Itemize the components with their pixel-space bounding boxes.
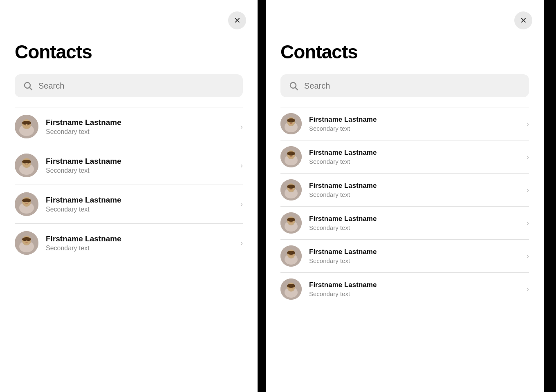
chevron-icon: › [527,120,529,128]
svg-point-43 [292,121,294,122]
contact-name: Firstname Lastname [309,215,519,223]
contact-name: Firstname Lastname [309,248,519,256]
contact-secondary: Secondary text [309,158,519,165]
contact-secondary: Secondary text [46,167,233,174]
page-title-left: Contacts [15,41,243,63]
contact-info: Firstname Lastname Secondary text [309,182,519,198]
svg-point-17 [25,162,26,163]
contact-name: Firstname Lastname [46,234,233,243]
search-icon-right [289,81,298,91]
contact-name: Firstname Lastname [309,182,519,190]
close-button-right[interactable]: ✕ [514,11,532,29]
avatar [280,212,302,234]
contact-secondary: Secondary text [309,125,519,132]
svg-point-34 [28,240,29,241]
chevron-icon: › [240,200,243,209]
contact-info: Firstname Lastname Secondary text [46,234,233,252]
contact-secondary: Secondary text [46,128,233,136]
svg-point-70 [289,253,290,254]
right-panel: ✕ Contacts [266,0,544,392]
chevron-icon: › [527,153,529,161]
close-button-left[interactable]: ✕ [228,11,246,29]
svg-point-18 [28,162,29,163]
svg-point-25 [25,201,26,202]
contact-item[interactable]: Firstname Lastname Secondary text › [280,273,529,305]
left-panel: ✕ Contacts [0,0,258,392]
contact-item[interactable]: Firstname Lastname Secondary text › [280,207,529,240]
svg-point-64 [292,220,294,221]
svg-point-78 [292,286,294,287]
contact-info: Firstname Lastname Secondary text [309,281,519,297]
contact-item[interactable]: Firstname Lastname Secondary text › [280,140,529,174]
contact-name: Firstname Lastname [309,281,519,289]
chevron-icon: › [527,186,529,194]
contact-name: Firstname Lastname [309,149,519,157]
search-input-right[interactable] [304,81,521,91]
svg-point-76 [287,284,295,288]
svg-point-48 [287,151,295,156]
contact-info: Firstname Lastname Secondary text [309,149,519,165]
svg-point-62 [287,218,295,222]
search-bar-right[interactable] [280,74,529,97]
avatar [15,192,38,216]
contacts-list-left: Firstname Lastname Secondary text › [15,107,243,262]
contact-info: Firstname Lastname Secondary text [309,116,519,132]
contact-secondary: Secondary text [309,290,519,297]
contact-item[interactable]: Firstname Lastname Secondary text › [280,174,529,207]
contact-item[interactable]: Firstname Lastname Secondary text › [15,185,243,224]
contact-secondary: Secondary text [309,191,519,198]
contact-secondary: Secondary text [46,206,233,213]
contacts-list-right: Firstname Lastname Secondary text › [280,107,529,305]
contact-secondary: Secondary text [309,257,519,264]
avatar [280,146,302,167]
svg-point-42 [289,121,290,122]
svg-point-49 [289,154,290,155]
avatar [15,231,38,255]
search-icon-left [23,81,33,91]
contact-name: Firstname Lastname [309,116,519,124]
contact-item[interactable]: Firstname Lastname Secondary text › [15,107,243,146]
chevron-icon: › [527,285,529,294]
contact-item[interactable]: Firstname Lastname Secondary text › [15,224,243,262]
contact-info: Firstname Lastname Secondary text [309,248,519,264]
svg-point-10 [28,123,29,125]
avatar [280,278,302,300]
contact-info: Firstname Lastname Secondary text [46,157,233,174]
search-bar-left[interactable] [15,74,243,97]
svg-point-9 [25,123,26,125]
contact-item[interactable]: Firstname Lastname Secondary text › [280,240,529,273]
avatar [280,113,302,134]
svg-line-2 [30,88,32,90]
chevron-icon: › [527,252,529,261]
svg-point-50 [292,154,294,155]
contact-info: Firstname Lastname Secondary text [309,215,519,231]
contact-name: Firstname Lastname [46,157,233,166]
svg-point-33 [25,240,26,241]
avatar [15,115,38,138]
contact-name: Firstname Lastname [46,118,233,127]
chevron-icon: › [240,239,243,247]
contact-secondary: Secondary text [309,224,519,231]
avatar [280,245,302,267]
svg-point-41 [287,118,295,122]
chevron-icon: › [527,219,529,227]
svg-point-26 [28,201,29,202]
chevron-icon: › [240,122,243,131]
svg-point-63 [289,220,290,221]
search-input-left[interactable] [38,81,235,91]
svg-point-69 [287,251,295,255]
svg-point-57 [292,187,294,188]
svg-point-71 [292,253,294,254]
contact-secondary: Secondary text [46,245,233,252]
avatar [15,154,38,177]
svg-line-36 [296,88,298,90]
page-title-right: Contacts [280,41,529,63]
contact-item[interactable]: Firstname Lastname Secondary text › [15,146,243,185]
svg-point-55 [287,185,295,189]
svg-point-77 [289,286,290,287]
contact-item[interactable]: Firstname Lastname Secondary text › [280,107,529,140]
svg-point-56 [289,187,290,188]
contact-info: Firstname Lastname Secondary text [46,118,233,136]
contact-name: Firstname Lastname [46,196,233,205]
chevron-icon: › [240,161,243,170]
